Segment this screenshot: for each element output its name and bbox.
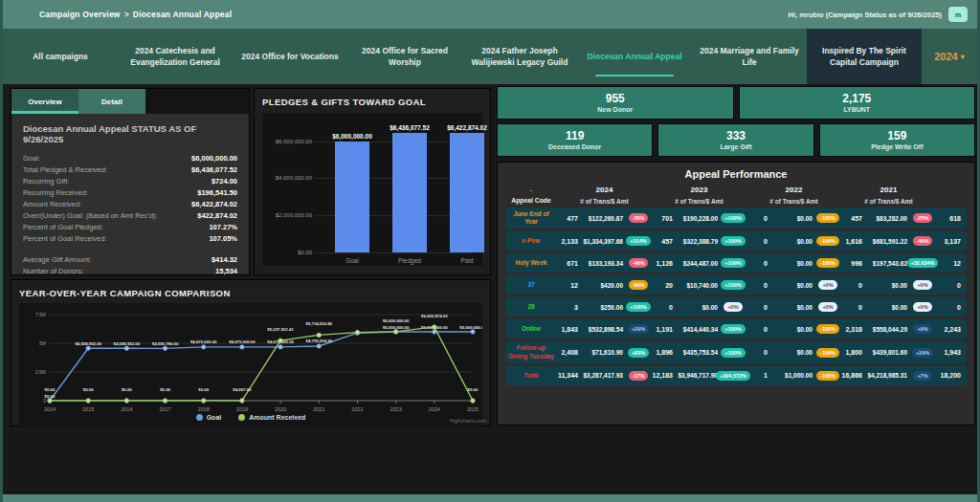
tab-2024-catechesis-and-evangelization-general[interactable]: 2024 Catechesis and Evangelization Gener…: [118, 29, 233, 84]
legend-item-amount-received[interactable]: Amount Received: [238, 414, 305, 421]
appeal-amount-cell: $0.00: [864, 304, 909, 311]
appeal-performance-title: Appeal Performance: [505, 168, 967, 180]
appeal-year-header: 2023: [652, 186, 746, 194]
legend-item-goal[interactable]: Goal: [196, 414, 222, 421]
appeal-amount-cell: $83,282.00: [864, 215, 909, 222]
percent-change-badge: +100%: [721, 236, 745, 246]
appeal-amount-cell: $0.00: [769, 215, 814, 222]
appeal-amount-cell: $250.00: [580, 304, 625, 311]
percent-change-badge: +100%: [626, 302, 650, 312]
yoy-xtick-label: 2024: [429, 406, 440, 412]
appeal-amount-cell: $197,543.62: [864, 260, 909, 267]
percent-change-badge: -100%: [816, 324, 839, 334]
chart-watermark: Highcharts.com: [450, 418, 486, 424]
yoy-data-point: [471, 330, 475, 334]
appeal-badge-cell: +9%: [909, 324, 936, 334]
appeal-code-cell: 37: [505, 281, 557, 289]
yoy-chart-panel: YEAR-OVER-YEAR CAMPAIGN COMPARISON 02.5M…: [11, 279, 491, 426]
bar-value-label: $6,422,874.02: [438, 124, 496, 131]
yoy-data-point: [48, 399, 52, 403]
yoy-xtick-label: 2018: [198, 406, 210, 412]
yoy-ytick-label: 5M: [39, 340, 46, 346]
tab-all-campaigns[interactable]: All campaigns: [3, 29, 118, 84]
appeal-badge-cell: -100%: [814, 258, 841, 268]
appeal-amount-cell: $190,228.00: [675, 215, 720, 222]
appeal-badge-cell: -100%: [814, 371, 841, 381]
appeal-count-cell: 0: [841, 304, 864, 311]
yoy-data-point: [471, 399, 475, 403]
yoy-data-point: [202, 399, 206, 403]
yoy-line-chart: 02.5M5M7.5M20142015201620172018201920202…: [19, 303, 482, 427]
appeal-badge-cell: -17%: [625, 371, 652, 381]
legend-marker: [238, 414, 245, 421]
overview-tab-overview[interactable]: Overview: [11, 89, 78, 114]
appeal-amount-cell: $532,898.54: [580, 326, 625, 333]
overview-stat-label: Number of Donors:: [23, 267, 83, 275]
yoy-point-label: $6,006,900.00: [383, 318, 410, 323]
breadcrumb-root[interactable]: Campaign Overview: [39, 10, 121, 19]
stat-card-new-donor: 955New Donor: [497, 86, 734, 120]
appeal-badge-cell: +100%: [720, 258, 746, 268]
tab-2024-office-for-sacred-worship[interactable]: 2024 Office for Sacred Worship: [347, 29, 462, 84]
appeal-subheader-cell: # of Trans/$ Amt: [652, 198, 746, 205]
tab-2024-marriage-and-family-life[interactable]: 2024 Marriage and Family Life: [692, 29, 807, 84]
appeal-badge-cell: +29%: [625, 324, 652, 334]
appeal-amount-cell: $0.00: [769, 304, 814, 311]
appeal-count-cell: 16,866: [841, 372, 864, 379]
appeal-trailing-count-cell: 18,200: [936, 372, 965, 379]
pledges-chart-panel: PLEDGES & GIFTS TOWARD GOAL $0.00$2,000,…: [254, 88, 491, 275]
percent-change-badge: -96%: [629, 280, 649, 290]
appeal-amount-cell: $558,044.29: [864, 326, 909, 333]
appeal-badge-cell: -25%: [909, 213, 936, 223]
legend-label: Goal: [207, 414, 222, 421]
user-badge-button[interactable]: m: [948, 7, 968, 22]
appeal-badge-cell: +32,634%: [909, 258, 936, 268]
yoy-point-label: $4,675,000.00: [229, 339, 256, 344]
appeal-amount-cell: $435,753.54: [675, 349, 720, 356]
appeal-count-cell: 0: [746, 260, 769, 267]
yoy-xtick-label: 2022: [351, 406, 363, 412]
appeal-count-cell: 20: [652, 282, 675, 289]
yoy-point-label: $4,755,554.36: [306, 338, 333, 343]
yoy-data-point: [86, 399, 90, 403]
yoy-point-label: $4,667.00: [233, 387, 252, 392]
appeal-table-subheader: Appeal Code# of Trans/$ Amt# of Trans/$ …: [505, 194, 967, 207]
appeal-amount-cell: $122,260.87: [580, 215, 625, 222]
bar-ytick-label: $4,000,000.00: [262, 175, 312, 181]
appeal-subheader-cell: # of Trans/$ Amt: [557, 198, 652, 205]
appeal-count-cell: 2,133: [557, 238, 580, 245]
yoy-xtick-label: 2023: [390, 406, 402, 412]
appeal-badge-cell: +83%: [625, 348, 652, 358]
appeal-amount-cell: $420.00: [580, 282, 625, 289]
appeal-badge-cell: -100%: [814, 236, 841, 246]
tab-diocesan-annual-appeal[interactable]: Diocesan Annual Appeal: [577, 29, 692, 84]
appeal-year-header: 2024: [557, 186, 652, 194]
appeal-count-cell: 0: [746, 238, 769, 245]
bar-gridline: [316, 252, 473, 253]
percent-change-badge: +83%: [628, 348, 649, 358]
appeal-amount-cell: $322,388.79: [675, 238, 720, 245]
percent-change-badge: +100%: [721, 348, 745, 358]
year-filter-dropdown[interactable]: 2024▾: [922, 29, 977, 84]
tab-2024-office-for-vocations[interactable]: 2024 Office for Vocations: [233, 29, 347, 84]
yoy-point-label: $4,675,000.00: [190, 339, 217, 344]
tab-2024-father-joseph-walijiewski-legacy-guild[interactable]: 2024 Father Joseph Walijiewski Legacy Gu…: [462, 29, 577, 84]
yoy-point-label: $0.00: [198, 387, 209, 392]
appeal-badge-cell: +314%: [625, 236, 652, 246]
stat-card-deceased-donor: 119Deceased Donor: [497, 123, 653, 157]
overview-stat-value: $6,436,077.52: [191, 165, 237, 174]
appeal-badge-cell: -36%: [625, 213, 652, 223]
appeal-amount-cell: $71,610.90: [580, 349, 625, 356]
appeal-amount-cell: $681,591.22: [864, 238, 909, 245]
tab-inspired-by-the-spirit-capital-campaign[interactable]: Inspired By The Spirit Capital Campaign: [807, 29, 922, 84]
yoy-data-point: [202, 345, 206, 349]
yoy-xtick-label: 2025: [467, 406, 479, 412]
overview-tab-detail[interactable]: Detail: [78, 89, 145, 114]
appeal-badge-cell: +100%: [625, 302, 652, 312]
percent-change-badge: -100%: [816, 371, 839, 381]
overview-stat-label: Average Gift Amount:: [23, 255, 91, 264]
appeal-count-cell: 996: [841, 260, 864, 267]
yoy-point-label: $0.00: [160, 387, 170, 392]
appeal-badge-cell: +100%: [720, 348, 746, 358]
appeal-count-cell: 1,191: [652, 326, 675, 333]
